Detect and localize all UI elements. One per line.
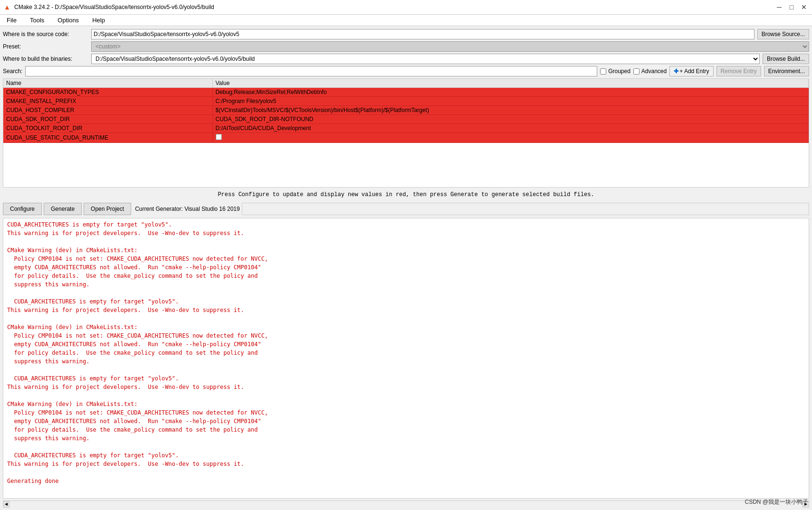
log-output: CUDA_ARCHITECTURES is empty for target "… — [3, 218, 809, 499]
cmake-icon: ▲ — [4, 3, 11, 11]
log-text: CUDA_ARCHITECTURES is empty for target "… — [7, 220, 805, 485]
table-body: CMAKE_CONFIGURATION_TYPESDebug;Release;M… — [3, 88, 809, 143]
cell-name: CUDA_SDK_ROOT_DIR — [3, 115, 212, 124]
preset-select[interactable]: <custom> — [91, 41, 809, 52]
cell-name: CMAKE_INSTALL_PREFIX — [3, 97, 212, 106]
source-input[interactable] — [91, 29, 755, 39]
bottom-btn-row: Configure Generate Open Project Current … — [3, 202, 809, 216]
table-row[interactable]: CUDA_TOOLKIT_ROOT_DIRD:/AITool/CUDA/CUDA… — [3, 124, 809, 133]
cell-name: CMAKE_CONFIGURATION_TYPES — [3, 88, 212, 97]
cell-value: $(VCInstallDir)Tools/MSVC/$(VCToolsVersi… — [212, 106, 809, 115]
preset-label: Preset: — [3, 43, 88, 50]
search-label: Search: — [3, 68, 22, 75]
table-row[interactable]: CUDA_SDK_ROOT_DIRCUDA_SDK_ROOT_DIR-NOTFO… — [3, 115, 809, 124]
advanced-checkbox-group: Advanced — [633, 68, 667, 75]
cmake-entries-table: Name Value CMAKE_CONFIGURATION_TYPESDebu… — [3, 79, 809, 143]
title-bar: ▲ CMake 3.24.2 - D:/Space/VisualStudioSp… — [0, 0, 812, 15]
menu-options[interactable]: Options — [55, 16, 82, 25]
build-dir-select[interactable]: D:/Space/VisualStudioSpace/tensorrtx-yol… — [91, 54, 760, 64]
scroll-left-button[interactable]: ◀ — [3, 501, 10, 508]
title-bar-left: ▲ CMake 3.24.2 - D:/Space/VisualStudioSp… — [4, 3, 214, 11]
main-content: Where is the source code: Browse Source.… — [0, 26, 812, 510]
remove-entry-button[interactable]: Remove Entry — [716, 66, 761, 76]
col-name: Name — [3, 79, 212, 88]
col-value: Value — [212, 79, 809, 88]
table-row[interactable]: CMAKE_CONFIGURATION_TYPESDebug;Release;M… — [3, 88, 809, 97]
environment-button[interactable]: Environment... — [764, 66, 809, 76]
build-row: Where to build the binaries: D:/Space/Vi… — [3, 54, 809, 64]
build-label: Where to build the binaries: — [3, 56, 88, 62]
toolbar-row: Search: Grouped Advanced ✚+ Add Entry Re… — [3, 66, 809, 76]
menu-tools[interactable]: Tools — [27, 16, 47, 25]
watermark: CSDN @我是一块小鸭子 — [745, 498, 808, 506]
preset-row: Preset: <custom> — [3, 41, 809, 52]
advanced-checkbox[interactable] — [633, 68, 640, 75]
table-row[interactable]: CMAKE_INSTALL_PREFIXC:/Program Files/yol… — [3, 97, 809, 106]
cell-checkbox[interactable] — [216, 134, 222, 140]
add-entry-button[interactable]: ✚+ Add Entry — [669, 66, 713, 76]
cell-value: CUDA_SDK_ROOT_DIR-NOTFOUND — [212, 115, 809, 124]
plus-icon: ✚ — [674, 68, 678, 75]
cell-value — [212, 133, 809, 143]
menu-file[interactable]: File — [4, 16, 19, 25]
cell-value: C:/Program Files/yolov5 — [212, 97, 809, 106]
generator-label: Current Generator: Visual Studio 16 2019 — [133, 206, 240, 212]
generate-button[interactable]: Generate — [44, 203, 82, 215]
close-button[interactable]: ✕ — [800, 3, 808, 11]
browse-source-button[interactable]: Browse Source... — [757, 29, 809, 39]
horizontal-scrollbar[interactable]: ◀ ▶ — [3, 501, 809, 507]
window-title: CMake 3.24.2 - D:/Space/VisualStudioSpac… — [14, 4, 214, 10]
cmake-table: Name Value CMAKE_CONFIGURATION_TYPESDebu… — [3, 78, 809, 188]
maximize-button[interactable]: □ — [787, 3, 796, 11]
minimize-button[interactable]: ─ — [775, 3, 783, 11]
cell-name: CUDA_HOST_COMPILER — [3, 106, 212, 115]
cell-name: CUDA_USE_STATIC_CUDA_RUNTIME — [3, 133, 212, 143]
grouped-checkbox-group: Grouped — [600, 68, 630, 75]
cell-value: D:/AITool/CUDA/CUDA_Development — [212, 124, 809, 133]
browse-build-button[interactable]: Browse Build... — [763, 54, 809, 64]
scroll-track — [10, 501, 802, 508]
menu-bar: File Tools Options Help — [0, 15, 812, 26]
advanced-label: Advanced — [641, 68, 667, 75]
grouped-label: Grouped — [608, 68, 630, 75]
grouped-checkbox[interactable] — [600, 68, 606, 75]
status-hint: Press Configure to update and display ne… — [3, 189, 809, 200]
search-input[interactable] — [25, 66, 597, 76]
generator-display — [242, 203, 809, 215]
table-row[interactable]: CUDA_HOST_COMPILER$(VCInstallDir)Tools/M… — [3, 106, 809, 115]
table-row[interactable]: CUDA_USE_STATIC_CUDA_RUNTIME — [3, 133, 809, 143]
configure-button[interactable]: Configure — [3, 203, 42, 215]
source-label: Where is the source code: — [3, 31, 88, 38]
cell-name: CUDA_TOOLKIT_ROOT_DIR — [3, 124, 212, 133]
open-project-button[interactable]: Open Project — [84, 203, 131, 215]
menu-help[interactable]: Help — [89, 16, 108, 25]
cell-value: Debug;Release;MinSizeRel;RelWithDebInfo — [212, 88, 809, 97]
window-controls[interactable]: ─ □ ✕ — [775, 3, 808, 11]
source-row: Where is the source code: Browse Source.… — [3, 29, 809, 39]
